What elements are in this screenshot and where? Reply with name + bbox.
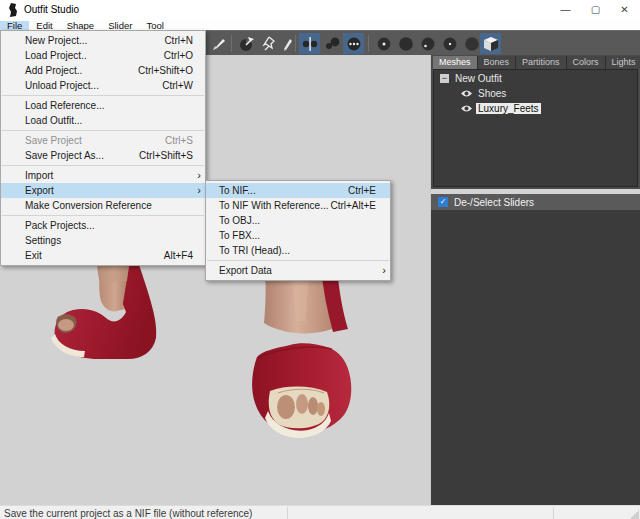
menu-bar: FileEditShapeSliderTool (0, 20, 640, 30)
menu-item-settings[interactable]: Settings (1, 233, 205, 248)
app-logo-icon (7, 3, 20, 17)
panel-tabs: Meshes Bones Partitions Colors Lights (433, 56, 640, 69)
window-title: Outfit Studio (24, 4, 79, 15)
select-sliders-checkbox[interactable]: ✓ (438, 197, 448, 207)
menu-item-pack-projects[interactable]: Pack Projects... (1, 218, 205, 233)
sliders-panel (431, 210, 640, 505)
tab-colors[interactable]: Colors (567, 56, 606, 69)
menu-item-add-project[interactable]: Add Project.. Ctrl+Shift+O (1, 63, 205, 78)
menu-separator (2, 95, 204, 96)
menu-separator (2, 165, 204, 166)
menu-item-save-project-as[interactable]: Save Project As... Ctrl+Shift+S (1, 148, 205, 163)
brush-icon[interactable] (208, 33, 229, 54)
outfit-studio-window: Outfit Studio — ▢ ✕ FileEditShapeSliderT… (0, 0, 640, 519)
menu-item-save-project: Save Project Ctrl+S (1, 133, 205, 148)
tab-partitions[interactable]: Partitions (516, 56, 567, 69)
menu-item-load-project[interactable]: Load Project.. Ctrl+O (1, 48, 205, 63)
menu-item-to-obj[interactable]: To OBJ... (206, 213, 390, 228)
connected-dots-icon[interactable] (343, 33, 364, 54)
double-circle-icon[interactable] (321, 33, 342, 54)
toolbar-separator (295, 35, 296, 52)
brush-plain-icon[interactable] (395, 33, 416, 54)
maximize-button[interactable]: ▢ (581, 0, 610, 20)
eye-icon[interactable] (460, 104, 473, 113)
brush-dark-icon[interactable] (461, 33, 482, 54)
status-message: Save the current project as a NIF file (… (4, 508, 252, 519)
tree-item-shoes[interactable]: Shoes (434, 87, 637, 100)
menu-item-to-tri-head[interactable]: To TRI (Head)... (206, 243, 390, 258)
mask-brush-mirror-icon[interactable] (299, 33, 320, 54)
tree-item-luxury-feets[interactable]: Luxury_Feets (434, 102, 637, 115)
menu-item-import[interactable]: Import › (1, 168, 205, 183)
minimize-button[interactable]: — (551, 0, 580, 20)
title-bar: Outfit Studio — ▢ ✕ (0, 0, 640, 20)
menu-item-to-nif-with-reference[interactable]: To NIF With Reference... Ctrl+Alt+E (206, 198, 390, 213)
menu-item-exit[interactable]: Exit Alt+F4 (1, 248, 205, 263)
tree-label-new-outfit: New Outfit (453, 73, 504, 84)
tab-meshes[interactable]: Meshes (433, 56, 478, 69)
brush-offset-dot-icon[interactable] (417, 33, 438, 54)
toolbar-separator (231, 35, 232, 52)
side-panel: Meshes Bones Partitions Colors Lights − … (430, 55, 640, 505)
file-menu: New Project... Ctrl+N Load Project.. Ctr… (0, 30, 206, 266)
statusbar-separator (287, 507, 288, 519)
menu-item-to-fbx[interactable]: To FBX... (206, 228, 390, 243)
sliders-header-label: De-/Select Sliders (454, 197, 534, 208)
tree-label-luxury-feets: Luxury_Feets (476, 103, 541, 114)
menu-item-export[interactable]: Export › (1, 183, 205, 198)
tree-item-new-outfit[interactable]: − New Outfit (434, 72, 637, 85)
toolbar-separator (368, 35, 369, 52)
rotate-center-icon[interactable] (236, 33, 257, 54)
menu-item-load-outfit[interactable]: Load Outfit... (1, 113, 205, 128)
collapse-icon[interactable]: − (440, 74, 449, 83)
close-button[interactable]: ✕ (610, 0, 639, 20)
eye-icon[interactable] (460, 89, 473, 98)
menu-separator (2, 130, 204, 131)
brush-dot-icon[interactable] (373, 33, 394, 54)
menu-separator (207, 260, 389, 261)
mesh-tree: − New Outfit Shoes Luxury_Feets (433, 69, 638, 187)
perspective-cube-icon[interactable] (480, 33, 501, 54)
menu-separator (2, 215, 204, 216)
menu-item-export-data[interactable]: Export Data › (206, 263, 390, 278)
status-bar: Save the current project as a NIF file (… (0, 505, 640, 519)
tab-bones[interactable]: Bones (478, 56, 517, 69)
tree-label-shoes: Shoes (476, 88, 508, 99)
brush-center-dot-icon[interactable] (439, 33, 460, 54)
submenu-arrow-icon: › (197, 168, 201, 183)
menu-item-to-nif[interactable]: To NIF... Ctrl+E (206, 183, 390, 198)
submenu-arrow-icon: › (197, 183, 201, 198)
menu-item-new-project[interactable]: New Project... Ctrl+N (1, 33, 205, 48)
pencil-icon[interactable] (276, 33, 297, 54)
submenu-arrow-icon: › (382, 263, 386, 278)
menu-item-make-conversion-reference[interactable]: Make Conversion Reference (1, 198, 205, 213)
statusbar-separator (553, 507, 554, 519)
menu-item-load-reference[interactable]: Load Reference... (1, 98, 205, 113)
tab-lights[interactable]: Lights (606, 56, 640, 69)
menu-item-unload-project[interactable]: Unload Project... Ctrl+W (1, 78, 205, 93)
resize-grip[interactable] (630, 510, 639, 519)
export-submenu: To NIF... Ctrl+E To NIF With Reference..… (205, 180, 391, 281)
sliders-header: ✓ De-/Select Sliders (431, 194, 640, 210)
